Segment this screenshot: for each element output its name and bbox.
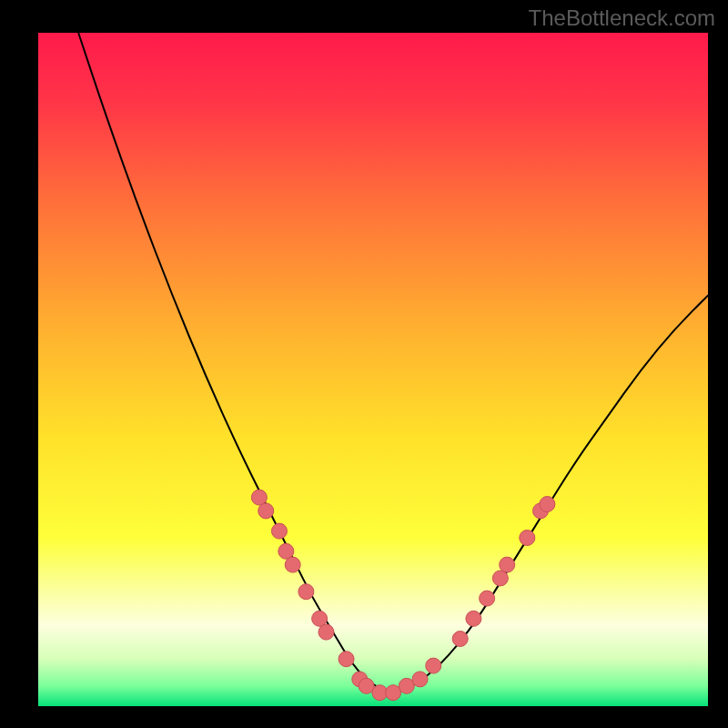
watermark-text: TheBottleneck.com — [529, 5, 715, 31]
data-point — [339, 652, 354, 667]
data-point — [271, 523, 287, 539]
data-point — [285, 557, 300, 572]
data-point — [426, 658, 441, 673]
data-point — [500, 557, 515, 572]
bottleneck-curve — [78, 33, 708, 691]
data-point — [466, 611, 481, 626]
data-point — [298, 584, 314, 600]
data-point — [258, 503, 274, 519]
chart-overlay — [38, 33, 708, 706]
data-point — [480, 591, 495, 606]
data-point — [452, 632, 468, 647]
curve-dots — [251, 490, 554, 701]
data-point — [540, 497, 555, 512]
data-point — [318, 624, 334, 640]
data-point — [520, 531, 535, 546]
data-point — [412, 672, 428, 687]
chart-frame: TheBottleneck.com — [0, 0, 728, 728]
